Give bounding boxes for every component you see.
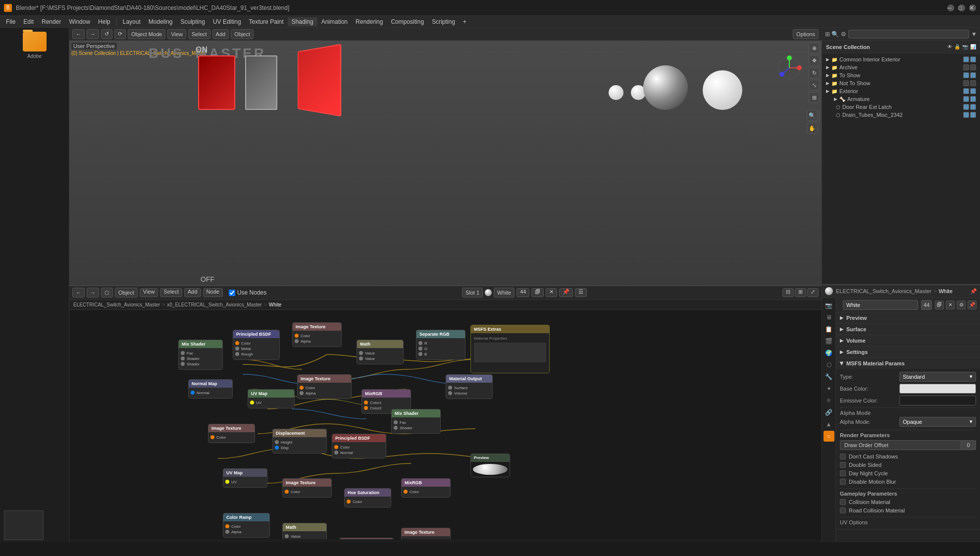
menu-texture-paint[interactable]: Texture Paint [245, 17, 288, 26]
ne-material-btn[interactable]: Object [115, 288, 138, 298]
tree-cb-render-2[interactable] [970, 72, 976, 78]
node-16[interactable]: Image Texture Color [282, 478, 332, 498]
node-18[interactable]: MixRGB Color [401, 478, 451, 498]
ne-overlay-btn[interactable]: ☰ [575, 288, 587, 297]
tree-item-1[interactable]: ▶ 📁 Archive [824, 63, 978, 71]
tree-item-4[interactable]: ▶ 📁 Exterior [824, 87, 978, 95]
prop-icon-view-layer[interactable]: 📋 [824, 324, 834, 335]
tree-item-2[interactable]: ▶ 📁 To Show [824, 71, 978, 79]
vp-tool-transform[interactable]: ⊞ [809, 92, 820, 103]
sidebar-folder-adobe[interactable]: Adobe [0, 28, 69, 63]
menu-scripting[interactable]: Scripting [428, 17, 459, 26]
check-row-double-sided[interactable]: Double Sided [840, 461, 976, 468]
tree-item-3[interactable]: ▶ 📁 Not To Show [824, 79, 978, 87]
tree-item-7[interactable]: ⬡ Drain_Tubes_Misc_2342 [824, 111, 978, 119]
ne-material-name[interactable]: White [494, 288, 515, 298]
mat-settings-icon[interactable]: ⚙ [957, 301, 966, 309]
node-7[interactable]: Math Value Value [357, 340, 404, 364]
node-17[interactable]: Hue Saturation Color [344, 488, 391, 507]
tree-cb-render-1[interactable] [970, 64, 976, 70]
ne-use-nodes-checkbox[interactable] [229, 290, 235, 296]
tree-cb-view-5[interactable] [963, 96, 969, 102]
viewport-3d[interactable]: ← → ↺ ⟳ Object Mode View Select Add Obje… [69, 28, 822, 285]
prop-icon-material[interactable]: ○ [824, 431, 834, 442]
vp-view-btn[interactable]: View [167, 29, 186, 39]
prop-icon-modifier[interactable]: 🔧 [824, 371, 834, 382]
prop-icon-data[interactable]: ▲ [824, 419, 834, 430]
draw-order-value[interactable]: 0 [961, 440, 976, 450]
node-3[interactable]: Image Texture Color Alpha [292, 322, 342, 347]
tree-cb-render-4[interactable] [970, 88, 976, 94]
menu-add-workspace[interactable]: + [459, 17, 470, 26]
maximize-button[interactable]: □ [958, 4, 965, 11]
menu-sculpting[interactable]: Sculpting [177, 17, 209, 26]
check-row-road-collision[interactable]: Road Collision Material [840, 507, 976, 514]
check-row-day-night[interactable]: Day Night Cycle [840, 470, 976, 477]
node-20[interactable]: Math Value [282, 523, 327, 540]
tree-cb-view-2[interactable] [963, 72, 969, 78]
ne-view-btn[interactable]: View [140, 288, 158, 297]
check-row-dont-cast-shadows[interactable]: Don't Cast Shadows [840, 453, 976, 460]
menu-uv-editing[interactable]: UV Editing [209, 17, 245, 26]
vp-refresh[interactable]: ⟳ [114, 29, 126, 39]
menu-render[interactable]: Render [38, 17, 65, 26]
node-13[interactable]: Mix Shader Fac Shader [391, 409, 441, 434]
tree-cb-view-0[interactable] [963, 56, 969, 62]
prop-icon-physics[interactable]: ⚛ [824, 395, 834, 406]
scene-data-icon[interactable]: 📊 [970, 44, 976, 50]
mat-delete-icon[interactable]: ✕ [946, 301, 955, 309]
tree-cb-view-3[interactable] [963, 80, 969, 86]
vp-pan-btn[interactable]: ✋ [807, 123, 818, 134]
ne-node-btn[interactable]: Node [203, 288, 223, 297]
ne-mat-pin[interactable]: 📌 [559, 288, 573, 297]
scene-filter-btn[interactable]: ▼ [971, 31, 977, 38]
node-11[interactable]: Image Texture Color [208, 424, 255, 443]
vp-rotate-mode[interactable]: ↺ [101, 29, 112, 39]
prop-icon-scene[interactable]: 🎬 [824, 336, 834, 347]
prop-base-color-swatch[interactable] [899, 384, 976, 394]
ne-breadcrumb-part-0[interactable]: ELECTRICAL_Switch_Avionics_Master [73, 302, 160, 307]
node-preview[interactable]: MSFS Extras Material Properties [470, 325, 550, 373]
menu-window[interactable]: Window [65, 17, 94, 26]
vp-tool-rotate[interactable]: ↻ [809, 67, 820, 78]
prop-type-value[interactable]: Standard ▾ [899, 372, 976, 382]
vp-tool-cursor[interactable]: ⊕ [809, 43, 820, 53]
tree-cb-view-4[interactable] [963, 88, 969, 94]
vp-nav-fwd[interactable]: → [87, 29, 99, 39]
tree-cb-render-5[interactable] [970, 96, 976, 102]
check-row-collision[interactable]: Collision Material [840, 499, 976, 505]
ne-breadcrumb-part-4[interactable]: White [269, 302, 282, 307]
mat-name-input[interactable] [843, 300, 918, 310]
node-9[interactable]: Separate RGB R G B [416, 330, 465, 360]
vp-zoom-btn[interactable]: 🔍 [807, 110, 818, 121]
section-msfs-header[interactable]: ▶ MSFS Material Params [836, 358, 980, 369]
menu-modeling[interactable]: Modeling [145, 17, 177, 26]
check-row-motion-blur[interactable]: Disable Motion Blur [840, 478, 976, 485]
menu-animation[interactable]: Animation [317, 17, 352, 26]
ne-nav-fwd[interactable]: → [87, 288, 99, 298]
vp-nav-back[interactable]: ← [72, 29, 85, 39]
ne-select-btn[interactable]: Select [160, 288, 182, 297]
ne-slot-selector[interactable]: Slot 1 [462, 288, 483, 298]
prop-icon-object[interactable]: ⬡ [824, 359, 834, 370]
mat-pin2-icon[interactable]: 📌 [968, 301, 977, 309]
ne-mat-del[interactable]: ✕ [546, 288, 557, 297]
section-volume-header[interactable]: ▶ Volume [836, 335, 980, 346]
vp-tool-scale[interactable]: ⤡ [809, 80, 820, 91]
menu-layout[interactable]: Layout [119, 17, 145, 26]
ne-view-type[interactable]: ⬡ [101, 288, 113, 298]
tree-cb-view-1[interactable] [963, 64, 969, 70]
tree-cb-render-3[interactable] [970, 80, 976, 86]
node-19[interactable]: Color Ramp Color Alpha [223, 513, 270, 538]
ne-add-btn[interactable]: Add [184, 288, 201, 297]
node-canvas[interactable]: Mix Shader Fac Shader Shader Principled … [69, 310, 822, 540]
ne-view-toggle-2[interactable]: ⊞ [795, 288, 806, 297]
node-15[interactable]: UV Map UV [223, 468, 267, 488]
node-5[interactable]: UV Map UV [248, 389, 295, 408]
ne-breadcrumb-part-2[interactable]: x0_ELECTRICAL_Switch_Avionics_Master [167, 302, 262, 307]
ne-nav-back[interactable]: ← [72, 288, 85, 298]
node-1[interactable]: Mix Shader Fac Shader Shader [178, 340, 223, 370]
prop-icon-constraints[interactable]: 🔗 [824, 407, 834, 418]
window-controls[interactable]: ─ □ ✕ [947, 4, 976, 11]
node-small-preview[interactable]: Preview [470, 454, 510, 477]
